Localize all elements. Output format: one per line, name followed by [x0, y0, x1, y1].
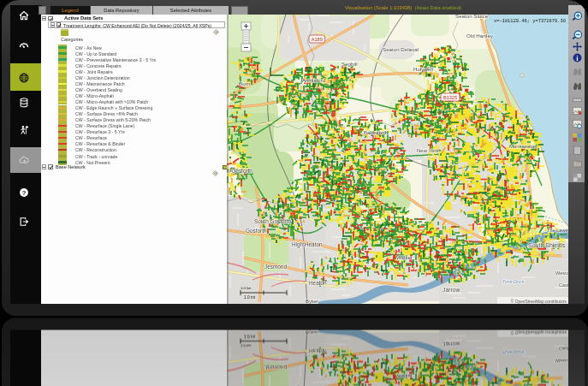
svg-text:x=-181129.46; y=7372679.30: x=-181129.46; y=7372679.30: [494, 19, 566, 24]
svg-text:Byker: Byker: [306, 299, 318, 304]
svg-text:Jesmond: Jesmond: [264, 264, 287, 270]
svg-text:Westoe: Westoe: [555, 270, 569, 276]
svg-text:Burn: Burn: [239, 80, 251, 86]
svg-text:Jarrow: Jarrow: [442, 287, 460, 293]
svg-text:Walker: Walker: [396, 254, 413, 260]
svg-text:Heaton: Heaton: [309, 280, 327, 286]
svg-text:South Shields: South Shields: [528, 242, 566, 248]
svg-text:New York: New York: [417, 148, 439, 153]
svg-text:B1325: B1325: [443, 94, 457, 99]
svg-text:South Gosforth: South Gosforth: [254, 218, 291, 224]
svg-text:Seghill: Seghill: [342, 61, 358, 67]
svg-text:Holywell: Holywell: [413, 66, 433, 72]
svg-text:1.0 mi: 1.0 mi: [244, 294, 255, 299]
svg-text:The Lawe: The Lawe: [547, 228, 568, 233]
svg-text:Gosforth: Gosforth: [246, 228, 267, 234]
svg-text:Tyne Dock: Tyne Dock: [502, 279, 525, 284]
svg-text:A189: A189: [312, 36, 323, 41]
svg-text:Seaton Sluice: Seaton Sluice: [455, 15, 489, 19]
svg-text:Annitsford: Annitsford: [302, 78, 325, 83]
svg-text:Monkseaton: Monkseaton: [509, 144, 538, 149]
svg-text:Seaton Delaval: Seaton Delaval: [383, 46, 419, 52]
svg-text:High Heaton: High Heaton: [292, 241, 323, 248]
svg-text:Old Hartley: Old Hartley: [466, 33, 494, 39]
svg-text:North Gosforth: North Gosforth: [227, 168, 252, 174]
svg-text:?: ?: [22, 189, 27, 197]
svg-text:© OpenStreetMap contributors: © OpenStreetMap contributors: [511, 298, 567, 303]
svg-text:Backworth: Backworth: [364, 130, 388, 135]
svg-text:1.0 km: 1.0 km: [241, 286, 252, 290]
